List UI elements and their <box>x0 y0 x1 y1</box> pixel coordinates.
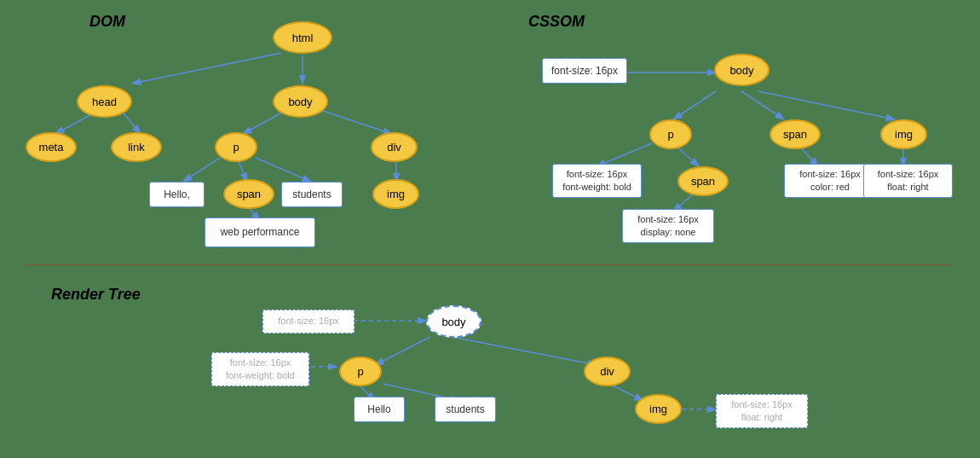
rt-students: students <box>435 397 496 422</box>
dom-link: link <box>111 132 162 162</box>
dom-div: div <box>371 132 418 162</box>
svg-line-10 <box>256 158 311 182</box>
rt-body: body <box>426 305 481 338</box>
rt-body-style-text: font-size: 16px <box>278 315 339 328</box>
svg-line-16 <box>758 91 895 119</box>
dom-web-performance: web performance <box>205 217 315 247</box>
section-divider <box>26 264 954 265</box>
cssom-span-style: font-size: 16pxcolor: red <box>784 164 876 198</box>
svg-line-28 <box>609 384 643 401</box>
svg-line-15 <box>741 91 784 119</box>
cssom-span-p-style: font-size: 16pxdisplay: none <box>622 209 714 243</box>
dom-img: img <box>372 179 419 209</box>
cssom-span-p-style-text: font-size: 16pxdisplay: none <box>637 213 699 240</box>
svg-line-2 <box>132 53 281 84</box>
rt-img-style-text: font-size: 16pxfloat: right <box>731 398 793 425</box>
rt-div: div <box>584 357 631 386</box>
rt-body-style: font-size: 16px <box>262 310 355 333</box>
dom-title: DOM <box>89 13 125 31</box>
rt-img: img <box>635 394 682 424</box>
svg-line-23 <box>375 337 430 365</box>
cssom-img-style: font-size: 16pxfloat: right <box>863 164 953 198</box>
cssom-span: span <box>770 119 821 149</box>
cssom-p: p <box>649 119 692 149</box>
cssom-title: CSSOM <box>528 13 585 31</box>
dom-students: students <box>281 182 343 207</box>
cssom-body: body <box>714 54 770 86</box>
cssom-body-style: font-size: 16px <box>542 58 627 84</box>
rt-p-style: font-size: 16pxfont-weight: bold <box>211 352 309 386</box>
cssom-span-p: span <box>677 166 729 196</box>
cssom-span-style-text: font-size: 16pxcolor: red <box>799 168 861 194</box>
dom-hello: Hello, <box>149 182 205 207</box>
arrows-svg <box>0 0 980 458</box>
dom-head: head <box>77 85 132 118</box>
dom-html: html <box>273 21 332 54</box>
render-tree-title: Render Tree <box>51 286 141 304</box>
rt-img-style: font-size: 16pxfloat: right <box>716 394 808 428</box>
dom-span: span <box>223 179 274 209</box>
rt-p-style-text: font-size: 16pxfont-weight: bold <box>226 357 295 383</box>
svg-line-24 <box>452 337 597 365</box>
cssom-p-style: font-size: 16pxfont-weight: bold <box>552 164 642 198</box>
rt-hello: Hello <box>354 397 405 422</box>
svg-line-7 <box>315 108 392 134</box>
svg-line-14 <box>673 91 716 119</box>
cssom-img-style-text: font-size: 16pxfloat: right <box>878 168 939 194</box>
dom-body: body <box>273 85 328 118</box>
cssom-p-style-text: font-size: 16pxfont-weight: bold <box>562 168 631 194</box>
svg-line-17 <box>597 143 652 166</box>
rt-p: p <box>339 357 382 386</box>
cssom-img: img <box>880 119 927 149</box>
svg-line-8 <box>183 158 220 182</box>
dom-meta: meta <box>26 132 77 162</box>
dom-p: p <box>215 132 257 162</box>
